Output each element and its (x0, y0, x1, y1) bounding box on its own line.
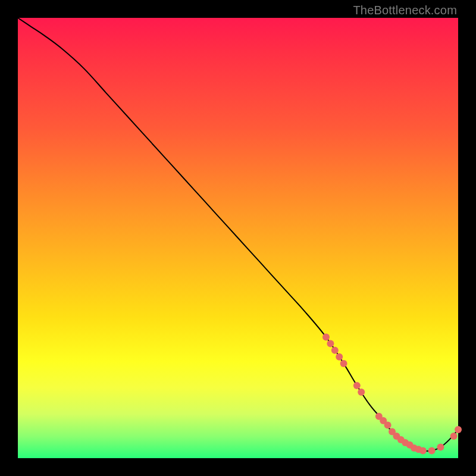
bottleneck-curve (18, 18, 458, 451)
data-dot (384, 422, 392, 429)
data-dot (419, 447, 427, 454)
data-dot (353, 382, 361, 389)
data-dot (450, 433, 458, 440)
data-dot (327, 340, 334, 347)
data-dot (437, 444, 444, 451)
curve-svg (18, 18, 458, 458)
chart-frame: TheBottleneck.com (0, 0, 476, 476)
data-dots (322, 334, 462, 455)
data-dot (340, 360, 347, 367)
data-dot (322, 334, 330, 341)
plot-area (18, 18, 458, 458)
data-dot (428, 447, 436, 454)
data-dot (331, 347, 339, 354)
data-dot (336, 353, 343, 361)
data-dot (358, 389, 365, 396)
data-dot (455, 426, 462, 433)
watermark-text: TheBottleneck.com (353, 4, 457, 17)
